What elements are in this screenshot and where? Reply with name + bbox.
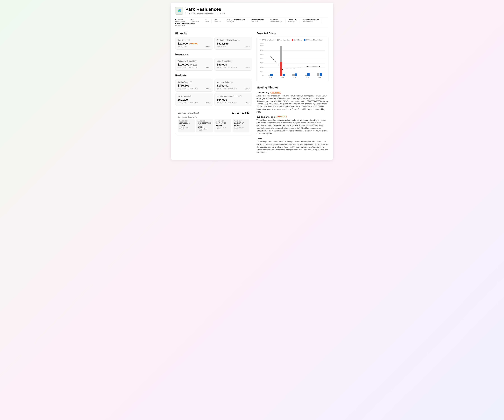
- budget-card: Building Budget i $776,869 Apr 01, 2023 …: [175, 79, 213, 92]
- mm-body: The building envelope has undergone vari…: [257, 119, 329, 135]
- meta-label: Strata Number: [175, 21, 185, 23]
- comp-address: 111 E 1ST ST: [234, 122, 248, 124]
- comparable-item: Jan 28, 2024 311 W 1ST ST $3,000 1 Beds,…: [214, 119, 231, 132]
- more-button[interactable]: More >: [245, 88, 250, 90]
- meta-label: Year Built: [215, 21, 221, 23]
- budgets-section: Budgets Building Budget i $776,869 Apr 0…: [175, 74, 252, 106]
- comp-address: 311 W 1ST ST: [216, 122, 230, 124]
- card-value: $100,000 Or 10%: [178, 63, 210, 66]
- svg-text:2025: 2025: [281, 77, 284, 78]
- header: 🗺️ Park Residences 123 W 100st St North …: [175, 7, 329, 15]
- crf-closing-line: [270, 56, 320, 69]
- legend-label: Special Levy: [294, 39, 302, 41]
- mm-section-title: Building Envelope IMPORTANT: [257, 116, 329, 118]
- meta-item: BCS0000Strata Number: [175, 19, 188, 23]
- comparable-item: Feb 14, 2024 123 W 100st St $2,850 1 Bed…: [178, 119, 195, 132]
- more-button[interactable]: More >: [205, 102, 210, 104]
- card-label: Water Deductible i: [217, 60, 250, 62]
- more-button[interactable]: More >: [245, 46, 250, 48]
- legend-item: CRF Annual Contribution: [304, 39, 322, 41]
- financial-card: Special Levy i $20,000 Proposed Jun 15, …: [175, 37, 213, 49]
- card-footer: Apr 01, 2023 → Mar 31, 2024 More >: [217, 102, 250, 104]
- card-value: $109,401: [217, 84, 250, 87]
- dot-2027: [307, 66, 308, 67]
- svg-text:$100K: $100K: [260, 71, 264, 72]
- chart-legend: CRF Closing BalanceTotal ExpenditureSpec…: [259, 39, 326, 41]
- meta-value: Concrete: [270, 19, 282, 21]
- meta-value: Freehold Strata: [251, 19, 264, 21]
- card-footer: Apr 01, 2023 → Mar 31, 2024 More >: [217, 88, 250, 90]
- legend-dot: [304, 39, 306, 41]
- meeting-section: Special Levy IMPORTANT A series of speci…: [257, 91, 329, 114]
- meta-value: 2005: [215, 19, 221, 21]
- meta-item: 117Units: [205, 19, 211, 23]
- meta-value: Torch-On: [288, 19, 296, 21]
- card-label: Building Budget i: [178, 81, 210, 83]
- more-button[interactable]: More >: [205, 88, 210, 90]
- info-icon[interactable]: i: [188, 39, 190, 41]
- comp-price: $2,850: [179, 124, 193, 126]
- svg-text:$400K: $400K: [260, 58, 264, 59]
- comp-price: $2,500: [234, 124, 248, 126]
- svg-text:2026: 2026: [294, 77, 296, 78]
- card-label: Contingency Reserve Fund i: [217, 39, 250, 41]
- svg-text:$200K: $200K: [260, 66, 264, 68]
- legend-dot: [292, 39, 294, 41]
- bar-2025-levy: [280, 62, 282, 76]
- comp-details: 1 Beds, 1 Bathsnot apt: [234, 126, 248, 130]
- map-thumbnail: 🗺️: [175, 7, 183, 15]
- info-icon[interactable]: i: [190, 81, 192, 83]
- comparable-title: Comparable Rental Units: [178, 116, 249, 118]
- info-icon[interactable]: i: [238, 39, 240, 41]
- meta-label: Exterior Finish: [175, 25, 195, 26]
- card-date: Apr 01, 2023 → Apr 01, 2024: [178, 67, 198, 68]
- meta-value: Brick, Concrete, Glass: [175, 23, 195, 25]
- comp-price: $2,950: [198, 126, 211, 128]
- svg-text:$700K: $700K: [260, 45, 264, 47]
- svg-text:$300K: $300K: [260, 62, 264, 64]
- financial-cards: Special Levy i $20,000 Proposed Jun 15, …: [175, 37, 252, 49]
- property-address: 123 W 100st St North Vancouver BC | V7M …: [185, 12, 225, 14]
- card-footer: Apr 01, 2023 → Apr 01, 2024 More >: [178, 67, 210, 68]
- card-value: $20,000 Proposed: [178, 42, 210, 45]
- financial-title: Financial: [175, 32, 252, 35]
- bar-2028-total: [317, 73, 319, 76]
- budget-cards: Building Budget i $776,869 Apr 01, 2023 …: [175, 79, 252, 106]
- meta-label: Construction Type: [270, 21, 282, 23]
- comparable-list: Feb 14, 2024 123 W 100st St $2,850 1 Bed…: [178, 119, 249, 132]
- mm-body: The building has experienced several wat…: [257, 140, 329, 154]
- chart-svg-wrap: $0 $100K $200K $300K $400K $500K $600K $…: [259, 43, 326, 80]
- bar-2025-crf: [283, 74, 285, 76]
- meta-item: ConcreteConstruction Type: [270, 19, 285, 23]
- card-footer: Apr 01, 2023 → Apr 01, 2024 More >: [217, 67, 250, 68]
- mm-title-text: Building Envelope: [257, 116, 275, 118]
- more-button[interactable]: More >: [245, 102, 250, 104]
- legend-item: Special Levy: [292, 39, 302, 41]
- meta-label: Roof Type: [288, 21, 296, 23]
- info-icon[interactable]: i: [189, 95, 191, 97]
- card-label: Insurance Budget i: [217, 81, 250, 83]
- important-badge: IMPORTANT: [276, 116, 287, 118]
- comp-address: 65 CHESTERFIELD AVE: [198, 122, 211, 126]
- bar-2024-total: [268, 76, 270, 76]
- info-icon[interactable]: i: [240, 95, 242, 97]
- more-button[interactable]: More >: [205, 67, 210, 68]
- header-info: Park Residences 123 W 100st St North Van…: [185, 7, 225, 14]
- more-button[interactable]: More >: [205, 46, 210, 48]
- card-date: Apr 01, 2023 → Mar 31, 2024: [178, 102, 198, 104]
- legend-item: CRF Closing Balance: [259, 39, 275, 41]
- dot-2026: [294, 68, 295, 69]
- info-icon[interactable]: i: [231, 81, 233, 83]
- card-footer: Sep 20, 2023 More >: [217, 46, 250, 48]
- svg-text:2024: 2024: [269, 77, 272, 78]
- info-icon[interactable]: i: [195, 60, 197, 62]
- meta-label: Units: [205, 21, 209, 23]
- mm-title-text: Leaks: [257, 137, 263, 140]
- info-icon[interactable]: i: [230, 60, 232, 62]
- rental-row: Estimated Monthly Rental $2,760 - $2,940: [178, 111, 249, 114]
- more-button[interactable]: More >: [245, 67, 250, 68]
- chart-box: CRF Closing BalanceTotal ExpenditureSpec…: [257, 37, 329, 82]
- card-footer: Jun 15, 2023 More >: [178, 46, 210, 48]
- insurance-card: Water Deductible i $50,000 Apr 01, 2023 …: [215, 58, 252, 71]
- svg-text:2027: 2027: [306, 77, 309, 78]
